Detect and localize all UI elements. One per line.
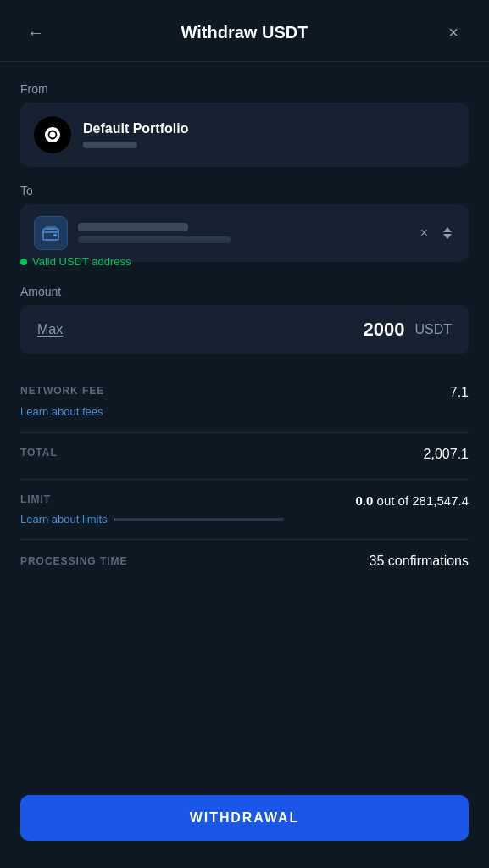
- back-button[interactable]: ←: [20, 17, 51, 47]
- network-fee-top: NETWORK FEE 7.1: [20, 385, 469, 400]
- withdrawal-button[interactable]: WITHDRAWAL: [20, 795, 469, 841]
- limit-progress-container: Learn about limits: [20, 513, 469, 526]
- header: ← Withdraw USDT ×: [0, 0, 489, 62]
- page-title: Withdraw USDT: [51, 23, 438, 42]
- amount-label: Amount: [20, 285, 469, 298]
- limit-top: LIMIT 0.0 out of 281,547.4: [20, 493, 469, 508]
- total-row: TOTAL 2,007.1: [20, 433, 469, 480]
- to-card: ×: [20, 204, 469, 262]
- limit-numbers: 0.0 out of 281,547.4: [356, 493, 469, 508]
- amount-value: 2000: [363, 319, 404, 341]
- portfolio-name: Default Portfolio: [83, 121, 188, 136]
- to-section: To ×: [20, 184, 469, 268]
- limit-row: LIMIT 0.0 out of 281,547.4 Learn about l…: [20, 480, 469, 540]
- limit-label: LIMIT: [20, 493, 51, 505]
- to-label: To: [20, 184, 469, 198]
- processing-time-value: 35 confirmations: [370, 554, 469, 569]
- network-fee-value: 7.1: [450, 385, 469, 400]
- limit-progress-bar: [114, 518, 284, 521]
- portfolio-balance-placeholder: [83, 142, 137, 148]
- footer: WITHDRAWAL: [0, 782, 489, 868]
- main-content: From Default Portfolio To: [0, 62, 489, 782]
- wallet-svg-icon: [42, 224, 60, 242]
- amount-right: 2000 USDT: [363, 319, 452, 341]
- limit-current: 0.0: [356, 493, 374, 508]
- info-section: NETWORK FEE 7.1 Learn about fees TOTAL 2…: [20, 371, 469, 582]
- limit-progress-fill: [114, 518, 115, 521]
- limit-value-area: 0.0 out of 281,547.4: [356, 493, 469, 508]
- total-value: 2,007.1: [424, 447, 469, 462]
- portfolio-icon: [34, 116, 71, 153]
- max-button[interactable]: Max: [37, 322, 63, 337]
- amount-currency: USDT: [414, 322, 452, 337]
- address-bottom-placeholder: [78, 236, 231, 243]
- learn-limits-link[interactable]: Learn about limits: [20, 513, 108, 526]
- amount-section: Amount Max 2000 USDT: [20, 285, 469, 354]
- limit-separator: out of: [377, 493, 413, 508]
- limit-max: 281,547.4: [412, 493, 469, 508]
- portfolio-info: Default Portfolio: [83, 121, 188, 148]
- learn-fees-link[interactable]: Learn about fees: [20, 405, 103, 418]
- coinbase-logo-icon: [41, 123, 64, 147]
- clear-address-button[interactable]: ×: [414, 222, 435, 244]
- network-fee-row: NETWORK FEE 7.1 Learn about fees: [20, 371, 469, 433]
- valid-address-indicator: Valid USDT address: [20, 255, 469, 268]
- address-selector-button[interactable]: [440, 224, 455, 242]
- processing-time-row: PROCESSING TIME 35 confirmations: [20, 540, 469, 582]
- from-section: From Default Portfolio: [20, 82, 469, 167]
- from-label: From: [20, 82, 469, 96]
- svg-rect-3: [53, 234, 57, 236]
- svg-point-1: [50, 132, 56, 138]
- close-button[interactable]: ×: [438, 17, 469, 47]
- network-fee-label: NETWORK FEE: [20, 385, 104, 397]
- valid-dot-icon: [20, 259, 27, 265]
- chevron-up-icon: [443, 227, 452, 232]
- wallet-icon: [34, 216, 68, 250]
- address-area: [78, 223, 403, 243]
- from-card: Default Portfolio: [20, 103, 469, 167]
- address-top-placeholder: [78, 223, 188, 231]
- total-top: TOTAL 2,007.1: [20, 447, 469, 462]
- chevron-down-icon: [443, 234, 452, 239]
- valid-address-text: Valid USDT address: [32, 255, 131, 268]
- processing-time-label: PROCESSING TIME: [20, 555, 127, 567]
- amount-card: Max 2000 USDT: [20, 305, 469, 354]
- to-actions: ×: [414, 222, 455, 244]
- total-label: TOTAL: [20, 447, 58, 459]
